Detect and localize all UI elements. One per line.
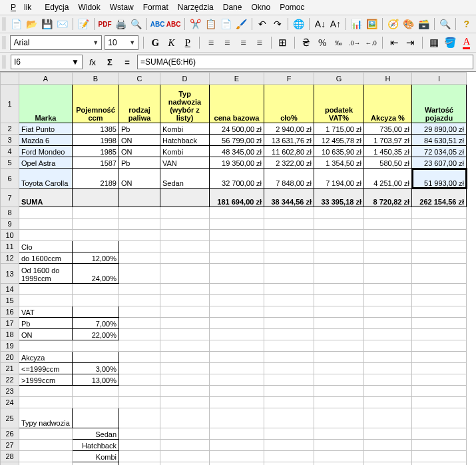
menu-help[interactable]: Pomoc — [276, 1, 308, 13]
show-draw-icon[interactable]: 🖼️ — [365, 17, 379, 31]
cell[interactable] — [264, 318, 314, 329]
cell[interactable]: 29 890,00 zł — [412, 123, 467, 135]
cell[interactable]: Od 1600 do 1999ccm — [19, 264, 73, 284]
menu-edit[interactable]: Edycja — [41, 1, 73, 13]
undo-icon[interactable]: ↶ — [255, 17, 269, 31]
underline-icon[interactable]: P — [181, 35, 194, 50]
cell[interactable]: 1587 — [73, 157, 119, 169]
cell[interactable] — [160, 363, 210, 374]
cell[interactable] — [119, 340, 160, 352]
col-header-G[interactable]: G — [314, 73, 364, 85]
cell[interactable] — [364, 397, 412, 408]
cell[interactable] — [210, 340, 264, 352]
cell[interactable] — [314, 340, 364, 352]
equals-icon[interactable]: = — [120, 55, 134, 69]
menu-format[interactable]: Format — [139, 1, 172, 13]
cell[interactable] — [210, 264, 264, 284]
cell[interactable]: 24 500,00 zł — [210, 123, 264, 135]
cell[interactable] — [364, 284, 412, 295]
cell[interactable]: 3,00% — [73, 363, 119, 374]
cell[interactable] — [364, 462, 412, 466]
zoom-icon[interactable]: 🔍 — [438, 17, 452, 31]
cell[interactable] — [314, 295, 364, 306]
menu-tools[interactable]: Narzędzia — [174, 1, 218, 13]
cell[interactable] — [160, 207, 210, 219]
cell[interactable] — [19, 295, 73, 306]
cell[interactable]: VAT — [19, 306, 73, 318]
cell[interactable] — [210, 352, 264, 363]
row-header[interactable]: 14 — [1, 284, 19, 295]
cell[interactable]: do 1600ccm — [19, 252, 73, 264]
email-icon[interactable]: ✉️ — [55, 17, 69, 31]
cell[interactable] — [364, 264, 412, 284]
row-header[interactable]: 23 — [1, 386, 19, 397]
row-header[interactable]: 4 — [1, 146, 19, 157]
cell[interactable] — [210, 284, 264, 295]
cell[interactable]: 51 993,00 zł — [412, 169, 467, 189]
cell[interactable]: Opel Astra — [19, 157, 73, 169]
cell[interactable] — [119, 252, 160, 264]
cell[interactable]: 19 350,00 zł — [210, 157, 264, 169]
sum-icon[interactable]: Σ — [103, 55, 117, 69]
cell[interactable]: Pb — [119, 123, 160, 135]
cell[interactable] — [364, 363, 412, 374]
cell[interactable] — [73, 230, 119, 241]
cell[interactable] — [264, 306, 314, 318]
row-header[interactable]: 27 — [1, 440, 19, 451]
name-box[interactable]: I6▼ — [11, 55, 83, 69]
cell[interactable] — [412, 284, 467, 295]
cell[interactable] — [412, 340, 467, 352]
row-header[interactable]: 11 — [1, 241, 19, 252]
cell[interactable] — [314, 264, 364, 284]
format-paint-icon[interactable]: 🖌️ — [234, 17, 248, 31]
spellcheck-icon[interactable]: ABC — [150, 17, 165, 31]
cell[interactable] — [264, 264, 314, 284]
cell[interactable] — [314, 230, 364, 241]
cell[interactable]: 11 602,80 zł — [264, 146, 314, 157]
cell[interactable] — [412, 374, 467, 386]
cell[interactable] — [119, 363, 160, 374]
row-header[interactable]: 1 — [1, 85, 19, 123]
row-header[interactable]: 16 — [1, 306, 19, 318]
cell[interactable] — [119, 207, 160, 219]
cell[interactable] — [210, 252, 264, 264]
cell[interactable] — [210, 363, 264, 374]
cell[interactable] — [412, 386, 467, 397]
cell[interactable] — [73, 241, 119, 252]
cell[interactable] — [412, 451, 467, 462]
copy-icon[interactable]: 📋 — [204, 17, 218, 31]
cell[interactable]: Sedan — [160, 169, 210, 189]
cell[interactable] — [73, 408, 119, 428]
cell[interactable] — [264, 440, 314, 451]
cell[interactable] — [160, 306, 210, 318]
cell[interactable] — [210, 397, 264, 408]
cell[interactable] — [264, 241, 314, 252]
cell[interactable]: VAN — [160, 157, 210, 169]
font-color-icon[interactable]: A — [460, 35, 473, 50]
cell[interactable] — [160, 264, 210, 284]
cell[interactable]: 12,00% — [73, 252, 119, 264]
cell[interactable] — [19, 207, 73, 219]
cell[interactable]: 33 395,18 zł — [314, 189, 364, 207]
row-header[interactable]: 21 — [1, 363, 19, 374]
cell[interactable] — [160, 397, 210, 408]
cell[interactable] — [119, 451, 160, 462]
cell[interactable] — [119, 386, 160, 397]
cell[interactable] — [119, 428, 160, 440]
cell[interactable] — [73, 397, 119, 408]
cell[interactable]: 8 720,82 zł — [364, 189, 412, 207]
font-size-select[interactable]: 10▼ — [105, 35, 138, 50]
cell[interactable] — [119, 329, 160, 340]
cell[interactable]: Fiat Punto — [19, 123, 73, 135]
cell[interactable] — [73, 207, 119, 219]
cell[interactable]: Ford Mondeo — [19, 146, 73, 157]
cell[interactable] — [314, 329, 364, 340]
col-header-F[interactable]: F — [264, 73, 314, 85]
sort-desc-icon[interactable]: A↑ — [328, 17, 342, 31]
cell[interactable] — [412, 363, 467, 374]
merge-cells-icon[interactable]: ⊞ — [276, 35, 290, 50]
cell[interactable]: 1985 — [73, 146, 119, 157]
col-header-D[interactable]: D — [160, 73, 210, 85]
cell[interactable] — [314, 451, 364, 462]
cell[interactable]: 735,00 zł — [364, 123, 412, 135]
